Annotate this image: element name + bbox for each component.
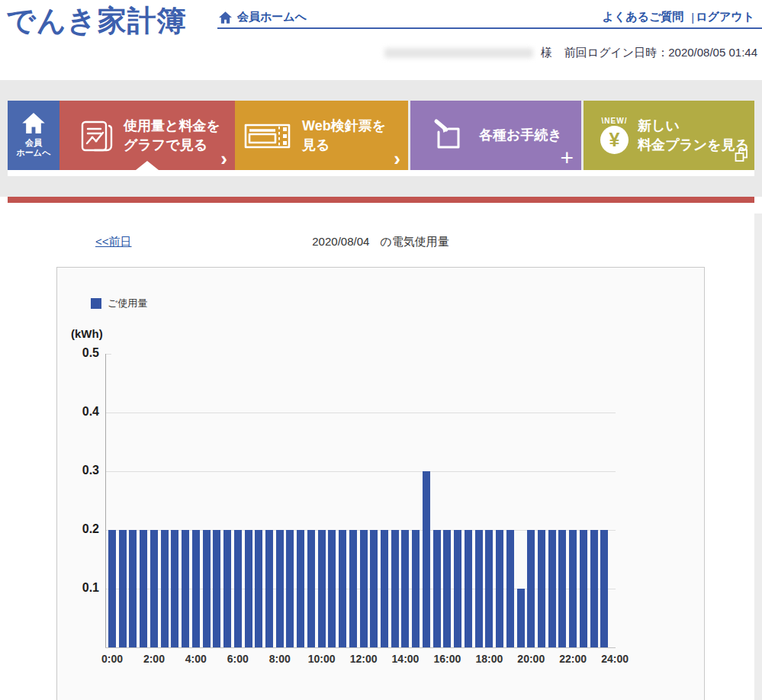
- usage-bar: [475, 530, 483, 647]
- nav-member-home-button[interactable]: 会員ホームへ: [8, 101, 59, 170]
- usage-bar: [569, 530, 577, 647]
- new-badge: \NEW/: [602, 117, 628, 125]
- user-info: 様 前回ログイン日時：2020/08/05 01:44: [384, 46, 757, 60]
- usage-bar: [276, 530, 284, 647]
- usage-bar: [349, 530, 357, 647]
- nav-member-home-label: 会員ホームへ: [17, 138, 51, 158]
- y-tick-label: 0.2: [57, 522, 99, 536]
- usage-bar: [234, 530, 242, 647]
- usage-bar: [465, 530, 472, 647]
- pencil-icon: [432, 118, 467, 153]
- usage-bar: [182, 530, 189, 647]
- usage-bar: [600, 530, 608, 647]
- chart-title-date: 2020/08/04: [312, 235, 369, 248]
- section-divider: [8, 197, 754, 203]
- plus-icon: +: [560, 147, 574, 169]
- nav-web-meter-button[interactable]: Web検針票を見る ›: [235, 101, 408, 170]
- home-icon: [22, 113, 45, 133]
- bar-chart: 0.10.20.30.40.50:002:004:006:008:0010:00…: [57, 268, 704, 700]
- top-links: よくあるご質問 | ログアウト: [603, 10, 754, 24]
- usage-bar: [255, 530, 262, 647]
- header-underline: [217, 27, 762, 29]
- member-home-link[interactable]: 会員ホームへ: [219, 10, 307, 24]
- graph-document-icon: [78, 117, 114, 154]
- usage-bar: [412, 530, 420, 647]
- nav-new-plan-button[interactable]: \NEW/ ¥ 新しい料金プランを見る: [584, 101, 754, 170]
- usage-bar: [171, 530, 178, 647]
- usage-bar: [150, 530, 158, 647]
- nav-new-plan-label: 新しい料金プランを見る: [638, 117, 749, 155]
- usage-bar: [527, 530, 535, 647]
- x-axis-line: [105, 647, 616, 648]
- nav-usage-graph-button[interactable]: 使用量と料金をグラフで見る ›: [59, 101, 235, 170]
- last-login: 前回ログイン日時：2020/08/05 01:44: [564, 46, 757, 60]
- usage-bar: [370, 530, 378, 647]
- active-tab-notch: [136, 161, 159, 170]
- usage-bar: [360, 530, 368, 647]
- scrollbar[interactable]: [754, 214, 762, 700]
- meter-slip-icon: [243, 117, 291, 154]
- usage-bar: [297, 530, 304, 647]
- usage-bar: [538, 530, 545, 647]
- usage-bar: [401, 530, 409, 647]
- usage-bar: [423, 471, 430, 647]
- usage-bar: [558, 530, 566, 647]
- y-tick-label: 0.3: [57, 464, 99, 477]
- chevron-right-icon: ›: [220, 149, 227, 169]
- y-tick-label: 0.5: [57, 346, 99, 360]
- y-axis-line: [105, 354, 106, 647]
- y-tick-label: 0.1: [57, 581, 99, 595]
- usage-bar: [496, 530, 503, 647]
- usage-bar: [506, 530, 514, 647]
- usage-bar: [328, 530, 336, 647]
- gridline: [105, 471, 616, 472]
- usage-bar: [485, 530, 493, 647]
- nav-web-meter-label: Web検針票を見る: [302, 117, 386, 155]
- usage-bar: [318, 530, 326, 647]
- usage-bar: [119, 530, 127, 647]
- usage-bar: [161, 530, 169, 647]
- nav-procedures-button[interactable]: 各種お手続き +: [410, 101, 581, 170]
- page: でんき家計簿 会員ホームへ よくあるご質問 | ログアウト 様 前回ログイン日時…: [0, 0, 762, 700]
- y-tick-label: 0.4: [57, 405, 99, 419]
- usage-bar: [307, 530, 315, 647]
- gridline: [105, 413, 616, 413]
- usage-bar: [286, 530, 294, 647]
- usage-bar: [433, 530, 441, 647]
- usage-bar: [391, 530, 399, 647]
- yen-new-icon: \NEW/ ¥: [600, 117, 629, 154]
- home-icon: [219, 11, 232, 24]
- usage-bar: [454, 530, 461, 647]
- logout-link[interactable]: ログアウト: [696, 10, 754, 24]
- usage-bar: [213, 530, 220, 647]
- usage-bar: [339, 530, 346, 647]
- chart-panel: ご使用量 (kWh) 0.10.20.30.40.50:002:004:006:…: [56, 267, 705, 700]
- gridline: [105, 354, 111, 355]
- usage-bar: [517, 589, 525, 647]
- x-tick-label: 24:00: [590, 653, 639, 665]
- user-suffix: 様: [541, 46, 552, 60]
- nav-underlay: [8, 170, 754, 176]
- main-nav: 会員ホームへ 使用量と料金をグラフで見る: [8, 101, 754, 170]
- member-home-label: 会員ホームへ: [237, 10, 307, 24]
- user-name-redacted: [384, 48, 533, 58]
- nav-procedures-label: 各種お手続き: [479, 126, 562, 145]
- external-window-icon: [735, 149, 748, 165]
- usage-bar: [381, 530, 388, 647]
- usage-bar: [590, 530, 598, 647]
- usage-bar: [140, 530, 147, 647]
- usage-bar: [203, 530, 211, 647]
- usage-bar: [223, 530, 231, 647]
- link-separator: |: [691, 11, 694, 24]
- usage-bar: [245, 530, 252, 647]
- chart-title-rest: の電気使用量: [380, 235, 449, 248]
- usage-bar: [265, 530, 273, 647]
- logo: でんき家計簿: [6, 2, 187, 40]
- usage-bar: [129, 530, 137, 647]
- usage-bar: [192, 530, 200, 647]
- chart-title: 2020/08/04の電気使用量: [56, 235, 705, 249]
- chevron-right-icon: ›: [394, 149, 400, 169]
- faq-link[interactable]: よくあるご質問: [603, 10, 684, 24]
- usage-bar: [580, 530, 587, 647]
- usage-bar: [443, 530, 451, 647]
